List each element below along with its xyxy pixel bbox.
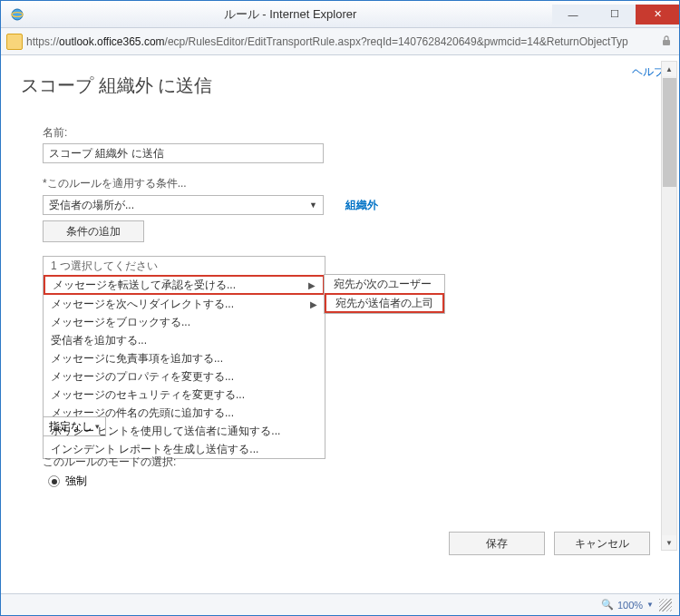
condition-value: 受信者の場所が... xyxy=(49,198,134,213)
url-field[interactable]: https://outlook.office365.com/ecp/RulesE… xyxy=(26,35,657,48)
dialog-buttons: 保存 キャンセル xyxy=(449,532,650,555)
chevron-right-icon: ▶ xyxy=(310,299,317,309)
site-icon xyxy=(6,34,23,50)
zoom-control[interactable]: 🔍 100% ▼ xyxy=(601,599,654,611)
zoom-icon: 🔍 xyxy=(601,599,614,611)
titlebar: ルール - Internet Explorer — ☐ ✕ xyxy=(1,1,679,28)
dropdown-item[interactable]: メッセージを次へリダイレクトする...▶ xyxy=(44,295,325,313)
help-link[interactable]: ヘルプ xyxy=(632,64,665,80)
condition-side-link[interactable]: 組織外 xyxy=(345,198,378,213)
radio-icon xyxy=(48,475,60,487)
ie-icon xyxy=(6,4,28,25)
window-controls: — ☐ ✕ xyxy=(552,5,679,24)
cancel-button[interactable]: キャンセル xyxy=(554,532,650,555)
svg-rect-2 xyxy=(663,40,670,45)
condition-select[interactable]: 受信者の場所が... ▼ xyxy=(43,195,324,215)
scroll-down-icon[interactable]: ▼ xyxy=(662,535,676,550)
dropdown-item[interactable]: メッセージのプロパティを変更する... xyxy=(44,367,325,386)
name-label: 名前: xyxy=(43,125,661,141)
submenu-item[interactable]: 宛先が次のユーザー xyxy=(325,275,444,293)
resize-grip[interactable] xyxy=(659,599,672,611)
submenu-item[interactable]: 宛先が送信者の上司 xyxy=(325,293,444,313)
add-condition-button[interactable]: 条件の追加 xyxy=(43,220,144,242)
dropdown-item[interactable]: メッセージのセキュリティを変更する... xyxy=(44,386,325,404)
app-window: ルール - Internet Explorer — ☐ ✕ https://ou… xyxy=(0,0,680,616)
condition-label: *このルールを適用する条件... xyxy=(43,176,661,191)
chevron-down-icon: ▾ xyxy=(95,422,100,431)
lock-icon xyxy=(661,35,674,48)
scroll-up-icon[interactable]: ▲ xyxy=(662,62,676,76)
window-title: ルール - Internet Explorer xyxy=(28,6,552,23)
save-button[interactable]: 保存 xyxy=(449,532,545,555)
status-bar: 🔍 100% ▼ xyxy=(1,593,679,615)
url-protocol: https:// xyxy=(26,35,59,48)
minimize-button[interactable]: — xyxy=(552,5,594,24)
lower-controls: 指定なし ▾ このルールのモードの選択: 強制 xyxy=(43,416,176,489)
close-button[interactable]: ✕ xyxy=(636,5,679,24)
url-path: /ecp/RulesEditor/EditTransportRule.aspx?… xyxy=(165,35,628,48)
dropdown-item[interactable]: メッセージに免責事項を追加する... xyxy=(44,349,325,367)
chevron-down-icon: ▼ xyxy=(646,601,654,609)
maximize-button[interactable]: ☐ xyxy=(594,5,636,24)
dropdown-item[interactable]: 受信者を追加する... xyxy=(44,331,325,349)
form-area: 名前: *このルールを適用する条件... 受信者の場所が... ▼ 組織外 条件… xyxy=(1,98,679,300)
page-title: スコープ 組織外 に送信 xyxy=(1,55,679,98)
audit-select[interactable]: 指定なし ▾ xyxy=(43,416,106,436)
mode-label: このルールのモードの選択: xyxy=(43,455,176,470)
action-submenu: 宛先が次のユーザー 宛先が送信者の上司 xyxy=(324,274,445,314)
content-area: ヘルプ スコープ 組織外 に送信 名前: *このルールを適用する条件... 受信… xyxy=(1,55,679,593)
svg-point-0 xyxy=(12,9,23,20)
mode-radio-enforce[interactable]: 強制 xyxy=(43,474,176,489)
chevron-down-icon: ▼ xyxy=(309,200,317,210)
name-input[interactable] xyxy=(43,143,324,163)
address-bar: https://outlook.office365.com/ecp/RulesE… xyxy=(1,28,679,55)
dropdown-item[interactable]: メッセージをブロックする... xyxy=(44,313,325,331)
url-host: outlook.office365.com xyxy=(59,35,165,48)
scroll-thumb[interactable] xyxy=(663,78,676,187)
zoom-value: 100% xyxy=(617,600,643,611)
dropdown-item[interactable]: メッセージを転送して承認を受ける...▶ xyxy=(44,275,325,295)
chevron-right-icon: ▶ xyxy=(308,280,316,290)
vertical-scrollbar[interactable]: ▲ ▼ xyxy=(661,61,677,551)
dropdown-header: 1 つ選択してください xyxy=(44,257,325,275)
